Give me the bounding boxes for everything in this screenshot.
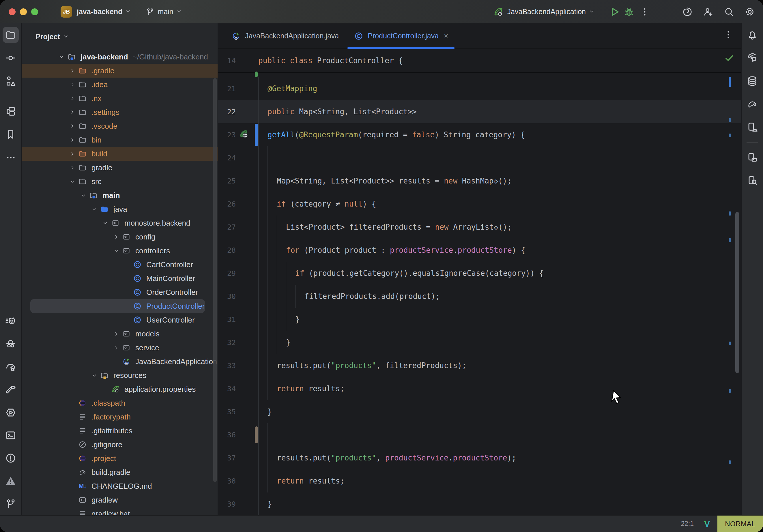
chevron-expanded-icon[interactable] — [89, 204, 100, 214]
project-tree-scrollbar[interactable] — [213, 78, 217, 482]
tree-row--gradle[interactable]: .gradle — [22, 64, 218, 78]
device-android-icon[interactable] — [744, 119, 760, 135]
error-stripe-mark[interactable] — [729, 77, 731, 87]
code-line-27[interactable]: 27List<Product> filteredProducts = new A… — [218, 216, 741, 239]
code-line-34[interactable]: 34return results; — [218, 377, 741, 400]
tree-row-config[interactable]: config — [22, 230, 218, 244]
tree-row--nx[interactable]: .nx — [22, 91, 218, 105]
kebab-icon[interactable] — [638, 5, 651, 18]
tab-javabackendapplication-java[interactable]: JavaBackendApplication.java — [224, 23, 346, 49]
editor-scrollbar[interactable] — [735, 212, 739, 373]
structure-icon[interactable] — [3, 73, 19, 89]
chevron-expanded-icon[interactable] — [111, 246, 122, 256]
chevron-expanded-icon[interactable] — [89, 370, 100, 380]
tree-row--project[interactable]: .project — [22, 452, 218, 465]
project-folder-icon[interactable] — [3, 27, 19, 43]
error-stripe-mark[interactable] — [729, 342, 731, 345]
tree-row--gitignore[interactable]: .gitignore — [22, 438, 218, 452]
editor-options-kebab-icon[interactable] — [723, 30, 733, 41]
project-widget[interactable]: java-backend — [72, 8, 131, 16]
tree-row-ordercontroller[interactable]: OrderController — [22, 285, 218, 299]
tree-row-java[interactable]: java — [22, 202, 218, 216]
endpoint-gutter-icon[interactable] — [239, 129, 249, 141]
zoom-window-button[interactable] — [31, 8, 38, 15]
incognito-spy-icon[interactable] — [3, 336, 19, 352]
code-line-21[interactable]: 21@GetMapping — [218, 77, 741, 100]
project-avatar[interactable]: JB — [60, 6, 72, 18]
tree-row-gradle[interactable]: gradle — [22, 161, 218, 174]
tree-row--vscode[interactable]: .vscode — [22, 119, 218, 133]
code-line-24[interactable]: 24 — [218, 146, 741, 169]
database-icon[interactable] — [744, 73, 760, 89]
tree-row-application-properties[interactable]: application.properties — [22, 382, 218, 396]
chevron-expanded-icon[interactable] — [56, 52, 67, 62]
error-stripe-mark[interactable] — [729, 238, 731, 242]
search-icon[interactable] — [722, 5, 735, 18]
tree-row--classpath[interactable]: .classpath — [22, 396, 218, 410]
chevron-collapsed-icon[interactable] — [111, 232, 122, 242]
user-add-icon[interactable] — [702, 5, 714, 18]
tree-row-models[interactable]: models — [22, 327, 218, 341]
chevron-collapsed-icon[interactable] — [67, 162, 78, 173]
code-line-29[interactable]: 29if (product.getCategory().equalsIgnore… — [218, 262, 741, 285]
tree-row--settings[interactable]: .settings — [22, 105, 218, 119]
chevron-collapsed-icon[interactable] — [67, 135, 78, 145]
profiler-gauge-icon[interactable] — [3, 359, 19, 375]
tree-row-build[interactable]: build — [22, 147, 218, 161]
tree-row-cartcontroller[interactable]: CartController — [22, 258, 218, 271]
code-pane[interactable]: 21@GetMapping22public Map<String, List<P… — [218, 73, 741, 516]
chevron-collapsed-icon[interactable] — [67, 107, 78, 117]
minimize-window-button[interactable] — [20, 8, 27, 15]
notifications-bell-icon[interactable] — [744, 27, 760, 43]
chevron-expanded-icon[interactable] — [78, 190, 89, 200]
tree-row--factorypath[interactable]: .factorypath — [22, 410, 218, 424]
bookmarks-icon[interactable] — [3, 126, 19, 143]
tree-row-java-backend[interactable]: java-backend~/Github/java-backend — [22, 50, 218, 64]
project-panel-header[interactable]: Project — [22, 23, 218, 50]
tree-row--gitattributes[interactable]: .gitattributes — [22, 424, 218, 438]
chevron-collapsed-icon[interactable] — [67, 93, 78, 104]
tree-row--idea[interactable]: .idea — [22, 78, 218, 91]
code-line-39[interactable]: 39} — [218, 492, 741, 516]
tree-row-src[interactable]: src — [22, 174, 218, 188]
code-line-35[interactable]: 35} — [218, 400, 741, 423]
chevron-expanded-icon[interactable] — [67, 176, 78, 187]
tree-row-monostore-backend[interactable]: monostore.backend — [22, 216, 218, 230]
ideavim-icon[interactable]: V — [704, 519, 710, 529]
run-hexagon-icon[interactable] — [3, 404, 19, 421]
running-devices-icon[interactable] — [744, 150, 760, 165]
tree-row-resources[interactable]: resources — [22, 369, 218, 382]
chevron-collapsed-icon[interactable] — [67, 65, 78, 76]
error-stripe-mark[interactable] — [729, 134, 731, 137]
close-window-button[interactable] — [9, 8, 16, 15]
vcs-branch-widget[interactable]: main — [146, 8, 182, 16]
code-line-31[interactable]: 31} — [218, 308, 741, 331]
settings-gear-icon[interactable] — [743, 5, 756, 18]
warning-triangle-icon[interactable] — [3, 473, 19, 489]
run-play-icon[interactable] — [608, 5, 621, 18]
caret-position[interactable]: 22:1 — [681, 520, 694, 528]
chevron-collapsed-icon[interactable] — [111, 329, 122, 339]
code-line-38[interactable]: 38return results; — [218, 470, 741, 492]
code-line-32[interactable]: 32} — [218, 331, 741, 354]
device-explorer-icon[interactable] — [744, 172, 760, 189]
chevron-collapsed-icon[interactable] — [67, 149, 78, 159]
tree-row-gradlew[interactable]: gradlew — [22, 493, 218, 507]
code-line-37[interactable]: 37results.put("products", productService… — [218, 446, 741, 470]
tree-row-javabackendapplication[interactable]: JavaBackendApplication — [22, 355, 218, 369]
tree-row-usercontroller[interactable]: UserController — [22, 313, 218, 327]
commit-icon[interactable] — [3, 50, 19, 66]
ai-assistant-chat-icon[interactable] — [744, 50, 760, 66]
tab-productcontroller-java[interactable]: ProductController.java× — [346, 23, 456, 49]
build-hammer-icon[interactable] — [3, 382, 19, 398]
vim-mode-badge[interactable]: NORMAL — [717, 516, 763, 532]
code-line-36[interactable]: 36 — [218, 423, 741, 446]
problems-icon[interactable] — [3, 450, 19, 466]
services-icon[interactable] — [3, 103, 19, 119]
error-stripe-mark[interactable] — [729, 118, 731, 122]
chevron-collapsed-icon[interactable] — [67, 121, 78, 131]
more-ellipsis-icon[interactable] — [3, 150, 19, 165]
gradle-elephant-icon[interactable] — [744, 96, 760, 112]
terminal-icon[interactable] — [3, 427, 19, 443]
tree-row-maincontroller[interactable]: MainController — [22, 271, 218, 285]
